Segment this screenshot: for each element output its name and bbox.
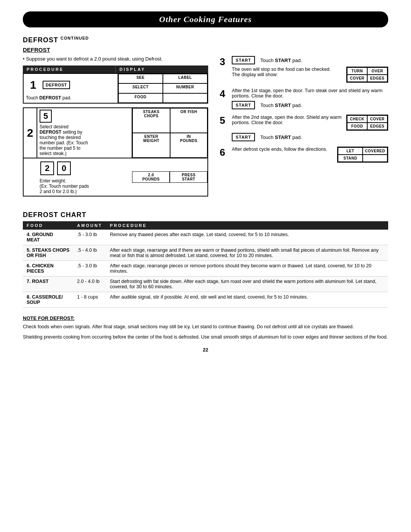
- defrost-main-section: • Suppose you want to defrost a 2.0 poun…: [23, 56, 388, 200]
- step2-left-box: 5 Select desired DEFROST setting by touc…: [37, 108, 132, 158]
- step4-content: After the 1st stage, open the door. Turn…: [232, 88, 388, 109]
- disp-label: DISPLAY: [116, 66, 208, 73]
- step2-top: 2 5 Select desired DEFROST setting by to…: [24, 108, 207, 158]
- step5-text: After the 2nd stage, open the door. Shie…: [232, 115, 342, 125]
- chart-row: 8. CASSEROLE/SOUP1 - 8 cupsAfter audible…: [23, 292, 388, 308]
- chart-cell-procedure: Remove any thawed pieces after each stag…: [106, 230, 388, 245]
- display-cell: OVER: [367, 67, 387, 75]
- display-cell: FOOD: [347, 123, 367, 130]
- note-heading: NOTE FOR DEFROST:: [23, 315, 388, 321]
- step5-number: 5: [220, 115, 229, 126]
- bullet-intro: • Suppose you want to defrost a 2.0 poun…: [23, 56, 208, 62]
- page-number: 22: [23, 347, 388, 353]
- display-cell: [363, 155, 387, 162]
- display-cell: CHECK: [347, 115, 367, 123]
- start-button: START: [232, 56, 255, 64]
- display-cell: PRESSSTART: [170, 171, 207, 183]
- chart-row: 7. ROAST2.0 - 4.0 lbStart defrosting wit…: [23, 276, 388, 292]
- step3: 3 START Touch START pad. The oven will s…: [220, 56, 388, 83]
- step3-oven-text: The oven will stop so the food can be ch…: [232, 67, 342, 77]
- step4-start: START Touch START pad.: [232, 101, 388, 109]
- step1-instruction: Touch DEFROST pad.: [26, 95, 115, 101]
- display-cell: 2.0POUNDS: [132, 171, 170, 183]
- chart-cell-amount: 1 - 8 cups: [73, 292, 106, 308]
- col-amount-header: AMOUNT: [73, 221, 106, 230]
- defrost-right-column: 3 START Touch START pad. The oven will s…: [220, 56, 388, 200]
- step1-left: 1 DEFROST Touch DEFROST pad.: [24, 74, 118, 103]
- digit-2: 2: [40, 161, 54, 175]
- step5-start: START Touch START pad.: [232, 133, 388, 141]
- defrost-button: DEFROST: [43, 81, 70, 89]
- note-paragraph-1: Check foods when oven signals. After fin…: [23, 323, 388, 331]
- step4: 4 After the 1st stage, open the door. Tu…: [220, 88, 388, 109]
- chart-row: 4. GROUNDMEAT.5 - 3.0 lbRemove any thawe…: [23, 230, 388, 245]
- defrost-left-column: • Suppose you want to defrost a 2.0 poun…: [23, 56, 208, 200]
- display-cell: COVER: [347, 75, 367, 82]
- step5: 5 After the 2nd stage, open the door. Sh…: [220, 115, 388, 141]
- display-cell: TURN: [347, 67, 367, 75]
- chart-header-row: FOOD AMOUNT PROCEDURE: [23, 221, 388, 230]
- defrost-heading: DEFROST CONTINUED: [23, 36, 388, 44]
- step3-number: 3: [220, 56, 229, 68]
- chart-row: 5. STEAKS CHOPSOR FISH.5 - 4.0 lbAfter e…: [23, 245, 388, 261]
- step5-body: After the 2nd stage, open the door. Shie…: [232, 115, 388, 131]
- step6-display-grid: LET COVERED STAND: [337, 147, 388, 163]
- display-cell: SELECT: [118, 83, 163, 93]
- display-cell: FOOD: [118, 93, 163, 103]
- chart-heading: DEFROST CHART: [23, 211, 388, 219]
- step4-number: 4: [220, 88, 229, 100]
- step3-display-grid: TURN OVER COVER EDGES: [346, 67, 388, 83]
- digit-0: 0: [57, 161, 71, 175]
- chart-cell-food: 8. CASSEROLE/SOUP: [23, 292, 73, 308]
- defrost-chart-section: DEFROST CHART FOOD AMOUNT PROCEDURE 4. G…: [23, 211, 388, 308]
- step1-inner: 1 DEFROST Touch DEFROST pad. SEE LABEL S…: [24, 74, 207, 103]
- chart-cell-procedure: Start defrosting with fat side down. Aft…: [106, 276, 388, 292]
- display-cell: ENTERWEIGHT: [132, 133, 170, 158]
- step6-content: After defrost cycle ends, follow the dir…: [232, 147, 388, 163]
- col-food-header: FOOD: [23, 221, 73, 230]
- step6-text: After defrost cycle ends, follow the dir…: [232, 147, 333, 152]
- chart-cell-procedure: After each stage, rearrange and if there…: [106, 245, 388, 261]
- display-cell: [163, 93, 207, 103]
- display-cell: INPOUNDS: [170, 133, 207, 158]
- step6-body: After defrost cycle ends, follow the dir…: [232, 147, 388, 163]
- step2-number: 2: [24, 108, 37, 158]
- chart-cell-food: 7. ROAST: [23, 276, 73, 292]
- start-button: START: [232, 133, 255, 141]
- step5-instruction: Touch START pad.: [260, 134, 302, 140]
- chart-row: 6. CHICKENPIECES.5 - 3.0 lbAfter each st…: [23, 261, 388, 276]
- col-procedure-header: PROCEDURE: [106, 221, 388, 230]
- step3-body: The oven will stop so the food can be ch…: [232, 67, 388, 83]
- weight-entry-row: 2 0 Enter weight. (Ex: Touch number pads…: [24, 158, 207, 196]
- note-section: NOTE FOR DEFROST: Check foods when oven …: [23, 315, 388, 341]
- step2-container: 2 5 Select desired DEFROST setting by to…: [23, 107, 208, 197]
- page-title-bar: Other Cooking Features: [23, 11, 388, 27]
- chart-cell-food: 6. CHICKENPIECES: [23, 261, 73, 276]
- weight-display-grid: 2.0POUNDS PRESSSTART: [132, 171, 207, 183]
- chart-cell-procedure: After each stage, rearrange pieces or re…: [106, 261, 388, 276]
- step2-display-grid: STEAKSCHOPS OR FISH ENTERWEIGHT INPOUNDS: [132, 108, 207, 158]
- chart-cell-food: 4. GROUNDMEAT: [23, 230, 73, 245]
- defrost-chart-table: FOOD AMOUNT PROCEDURE 4. GROUNDMEAT.5 - …: [23, 221, 388, 308]
- display-cell: LET: [338, 147, 363, 155]
- step3-content: START Touch START pad. The oven will sto…: [232, 56, 388, 83]
- proc-label: PROCEDURE: [23, 66, 116, 73]
- display-cell: COVERED: [363, 147, 387, 155]
- display-cell: COVER: [367, 115, 387, 123]
- proc-display-header: PROCEDURE DISPLAY: [23, 66, 208, 73]
- chart-cell-food: 5. STEAKS CHOPSOR FISH: [23, 245, 73, 261]
- step1-container: 1 DEFROST Touch DEFROST pad. SEE LABEL S…: [23, 73, 208, 104]
- step2-value: 5: [40, 110, 52, 123]
- chart-cell-amount: 2.0 - 4.0 lb: [73, 276, 106, 292]
- step1-display-grid: SEE LABEL SELECT NUMBER FOOD: [118, 74, 208, 103]
- page-title: Other Cooking Features: [38, 14, 373, 24]
- weight-instructions: Enter weight. (Ex: Touch number pads 2 a…: [40, 178, 130, 194]
- display-cell: SEE: [118, 74, 163, 83]
- defrost-sub-heading: DEFROST: [23, 46, 388, 53]
- note-paragraph-2: Shielding prevents cooking from occurrin…: [23, 334, 388, 341]
- chart-cell-procedure: After audible signal, stir if possible. …: [106, 292, 388, 308]
- step4-text: After the 1st stage, open the door. Turn…: [232, 88, 388, 99]
- start-button: START: [232, 101, 255, 109]
- step5-display-grid: CHECK COVER FOOD EDGES: [346, 115, 388, 131]
- chart-cell-amount: .5 - 3.0 lb: [73, 230, 106, 245]
